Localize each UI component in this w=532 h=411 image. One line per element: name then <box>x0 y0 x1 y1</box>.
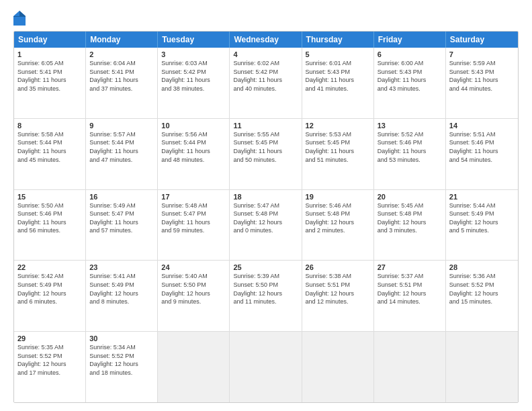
calendar-cell: 25Sunrise: 5:39 AMSunset: 5:50 PMDayligh… <box>230 261 302 331</box>
day-info: Sunrise: 6:03 AMSunset: 5:42 PMDaylight:… <box>161 59 226 93</box>
day-number: 13 <box>378 122 442 130</box>
calendar-cell: 16Sunrise: 5:49 AMSunset: 5:47 PMDayligh… <box>86 190 158 261</box>
calendar-cell: 19Sunrise: 5:46 AMSunset: 5:48 PMDayligh… <box>302 190 374 261</box>
calendar-cell: 29Sunrise: 5:35 AMSunset: 5:52 PMDayligh… <box>14 332 86 402</box>
calendar-cell: 11Sunrise: 5:55 AMSunset: 5:45 PMDayligh… <box>230 119 302 189</box>
day-info: Sunrise: 6:01 AMSunset: 5:43 PMDaylight:… <box>306 59 370 93</box>
calendar-cell: 24Sunrise: 5:40 AMSunset: 5:50 PMDayligh… <box>158 261 230 331</box>
day-info: Sunrise: 5:55 AMSunset: 5:45 PMDaylight:… <box>233 130 298 164</box>
calendar-header: SundayMondayTuesdayWednesdayThursdayFrid… <box>14 32 518 48</box>
day-info: Sunrise: 5:38 AMSunset: 5:51 PMDaylight:… <box>306 272 370 306</box>
day-number: 16 <box>89 193 154 201</box>
calendar-cell: 18Sunrise: 5:47 AMSunset: 5:48 PMDayligh… <box>230 190 302 261</box>
calendar-cell <box>446 332 518 402</box>
calendar-body: 1Sunrise: 6:05 AMSunset: 5:41 PMDaylight… <box>14 48 518 402</box>
calendar-cell: 1Sunrise: 6:05 AMSunset: 5:41 PMDaylight… <box>14 48 86 118</box>
calendar-cell: 26Sunrise: 5:38 AMSunset: 5:51 PMDayligh… <box>302 261 374 331</box>
day-info: Sunrise: 5:53 AMSunset: 5:45 PMDaylight:… <box>306 130 370 164</box>
day-number: 15 <box>17 193 82 201</box>
day-number: 28 <box>449 263 515 271</box>
day-number: 25 <box>233 263 298 271</box>
day-info: Sunrise: 5:49 AMSunset: 5:47 PMDaylight:… <box>89 201 154 235</box>
calendar-row: 29Sunrise: 5:35 AMSunset: 5:52 PMDayligh… <box>14 332 518 402</box>
day-info: Sunrise: 5:59 AMSunset: 5:43 PMDaylight:… <box>449 59 515 93</box>
calendar-cell: 8Sunrise: 5:58 AMSunset: 5:44 PMDaylight… <box>14 119 86 189</box>
svg-rect-2 <box>13 16 26 17</box>
day-info: Sunrise: 5:57 AMSunset: 5:44 PMDaylight:… <box>89 130 154 164</box>
logo <box>13 11 28 26</box>
calendar-cell: 3Sunrise: 6:03 AMSunset: 5:42 PMDaylight… <box>158 48 230 118</box>
calendar-cell: 10Sunrise: 5:56 AMSunset: 5:44 PMDayligh… <box>158 119 230 189</box>
day-number: 8 <box>17 122 82 130</box>
calendar-cell: 13Sunrise: 5:52 AMSunset: 5:46 PMDayligh… <box>374 119 446 189</box>
day-number: 27 <box>378 263 442 271</box>
calendar-cell: 12Sunrise: 5:53 AMSunset: 5:45 PMDayligh… <box>302 119 374 189</box>
day-info: Sunrise: 5:36 AMSunset: 5:52 PMDaylight:… <box>449 272 515 306</box>
day-info: Sunrise: 5:39 AMSunset: 5:50 PMDaylight:… <box>233 272 298 306</box>
header-day: Saturday <box>446 32 518 48</box>
header-day: Thursday <box>302 32 374 48</box>
day-number: 21 <box>449 193 515 201</box>
day-info: Sunrise: 6:00 AMSunset: 5:43 PMDaylight:… <box>378 59 442 93</box>
day-info: Sunrise: 5:37 AMSunset: 5:51 PMDaylight:… <box>378 272 442 306</box>
calendar-cell: 17Sunrise: 5:48 AMSunset: 5:47 PMDayligh… <box>158 190 230 261</box>
calendar-cell <box>302 332 374 402</box>
calendar-cell: 30Sunrise: 5:34 AMSunset: 5:52 PMDayligh… <box>86 332 158 402</box>
calendar: SundayMondayTuesdayWednesdayThursdayFrid… <box>13 31 519 403</box>
day-number: 23 <box>89 263 154 271</box>
calendar-cell: 23Sunrise: 5:41 AMSunset: 5:49 PMDayligh… <box>86 261 158 331</box>
day-number: 6 <box>378 50 442 58</box>
calendar-row: 1Sunrise: 6:05 AMSunset: 5:41 PMDaylight… <box>14 48 518 119</box>
day-info: Sunrise: 5:58 AMSunset: 5:44 PMDaylight:… <box>17 130 82 164</box>
calendar-cell: 22Sunrise: 5:42 AMSunset: 5:49 PMDayligh… <box>14 261 86 331</box>
day-info: Sunrise: 5:34 AMSunset: 5:52 PMDaylight:… <box>89 343 154 377</box>
logo-icon <box>13 11 26 26</box>
calendar-cell: 21Sunrise: 5:44 AMSunset: 5:49 PMDayligh… <box>446 190 518 261</box>
header-day: Tuesday <box>158 32 230 48</box>
day-number: 18 <box>233 193 298 201</box>
day-number: 9 <box>89 122 154 130</box>
day-info: Sunrise: 5:50 AMSunset: 5:46 PMDaylight:… <box>17 201 82 235</box>
calendar-cell: 2Sunrise: 6:04 AMSunset: 5:41 PMDaylight… <box>86 48 158 118</box>
calendar-cell: 5Sunrise: 6:01 AMSunset: 5:43 PMDaylight… <box>302 48 374 118</box>
calendar-cell <box>374 332 446 402</box>
header-day: Wednesday <box>230 32 302 48</box>
day-info: Sunrise: 5:47 AMSunset: 5:48 PMDaylight:… <box>233 201 298 235</box>
day-info: Sunrise: 5:44 AMSunset: 5:49 PMDaylight:… <box>449 201 515 235</box>
calendar-cell: 20Sunrise: 5:45 AMSunset: 5:48 PMDayligh… <box>374 190 446 261</box>
day-info: Sunrise: 6:02 AMSunset: 5:42 PMDaylight:… <box>233 59 298 93</box>
day-info: Sunrise: 5:56 AMSunset: 5:44 PMDaylight:… <box>161 130 226 164</box>
calendar-cell <box>158 332 230 402</box>
day-number: 3 <box>161 50 226 58</box>
calendar-cell: 27Sunrise: 5:37 AMSunset: 5:51 PMDayligh… <box>374 261 446 331</box>
day-number: 19 <box>306 193 370 201</box>
day-number: 1 <box>17 50 82 58</box>
calendar-cell: 14Sunrise: 5:51 AMSunset: 5:46 PMDayligh… <box>446 119 518 189</box>
header-day: Sunday <box>14 32 86 48</box>
day-number: 11 <box>233 122 298 130</box>
day-info: Sunrise: 5:51 AMSunset: 5:46 PMDaylight:… <box>449 130 515 164</box>
day-info: Sunrise: 5:45 AMSunset: 5:48 PMDaylight:… <box>378 201 442 235</box>
day-info: Sunrise: 5:35 AMSunset: 5:52 PMDaylight:… <box>17 343 82 377</box>
day-number: 24 <box>161 263 226 271</box>
day-number: 2 <box>89 50 154 58</box>
calendar-cell: 9Sunrise: 5:57 AMSunset: 5:44 PMDaylight… <box>86 119 158 189</box>
day-number: 30 <box>89 334 154 342</box>
calendar-row: 15Sunrise: 5:50 AMSunset: 5:46 PMDayligh… <box>14 190 518 261</box>
day-info: Sunrise: 5:41 AMSunset: 5:49 PMDaylight:… <box>89 272 154 306</box>
calendar-cell: 6Sunrise: 6:00 AMSunset: 5:43 PMDaylight… <box>374 48 446 118</box>
svg-marker-1 <box>19 11 26 16</box>
day-info: Sunrise: 6:05 AMSunset: 5:41 PMDaylight:… <box>17 59 82 93</box>
day-info: Sunrise: 5:52 AMSunset: 5:46 PMDaylight:… <box>378 130 442 164</box>
day-info: Sunrise: 6:04 AMSunset: 5:41 PMDaylight:… <box>89 59 154 93</box>
day-number: 4 <box>233 50 298 58</box>
day-number: 29 <box>17 334 82 342</box>
day-info: Sunrise: 5:46 AMSunset: 5:48 PMDaylight:… <box>306 201 370 235</box>
calendar-row: 22Sunrise: 5:42 AMSunset: 5:49 PMDayligh… <box>14 261 518 332</box>
day-number: 26 <box>306 263 370 271</box>
day-number: 20 <box>378 193 442 201</box>
header-day: Friday <box>374 32 446 48</box>
page-header <box>13 11 519 26</box>
day-number: 10 <box>161 122 226 130</box>
day-number: 7 <box>449 50 515 58</box>
